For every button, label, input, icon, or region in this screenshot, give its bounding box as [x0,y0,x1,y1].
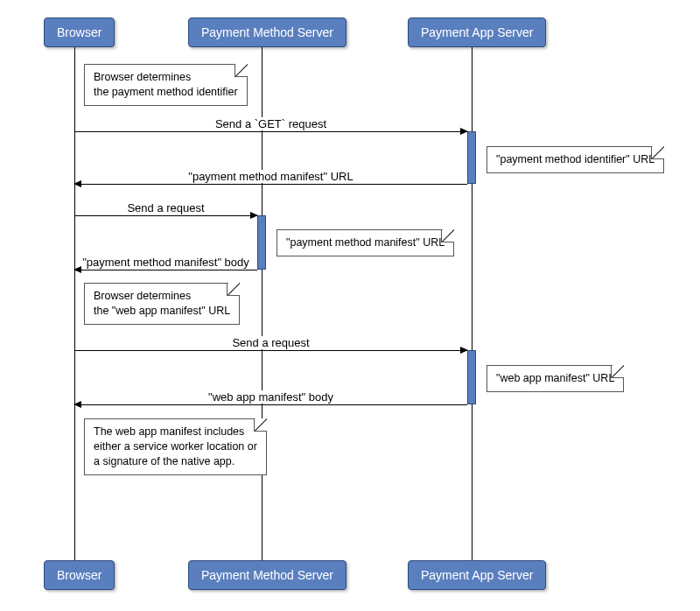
msg-pm-manifest-body: "payment method manifest" body [74,270,257,270]
msg-send-request-pms: Send a request [74,215,257,216]
msg-label: Send a `GET` request [214,117,328,130]
participant-pms-top: Payment Method Server [188,18,346,47]
note-wam-url: "web app manifest" URL [486,365,624,392]
msg-label: Send a request [125,201,206,214]
participant-pas-top: Payment App Server [408,18,546,47]
note-text-line: The web app manifest includes [94,425,244,438]
msg-label: "web app manifest" body [206,390,335,404]
note-browser-determines-identifier: Browser determines the payment method id… [84,64,248,106]
msg-label: Send a request [230,336,311,349]
note-text-line: "payment method identifier" URL [496,153,654,165]
msg-send-request-pas2: Send a request [74,350,467,351]
note-text-line: "payment method manifest" URL [286,236,444,249]
msg-pm-manifest-url-return: "payment method manifest" URL [74,184,467,185]
participant-label: Payment App Server [421,568,533,582]
msg-wam-body: "web app manifest" body [74,404,467,405]
participant-browser-bottom: Browser [44,560,115,590]
activation-pas-1 [467,131,476,184]
participant-label: Payment Method Server [201,25,333,39]
note-text-line: the payment method identifier [94,86,238,98]
participant-pas-bottom: Payment App Server [408,560,546,590]
participant-browser-top: Browser [44,18,115,47]
note-text-line: the "web app manifest" URL [94,305,230,317]
note-pm-identifier-url: "payment method identifier" URL [486,146,664,173]
participant-label: Payment App Server [421,25,533,39]
lifeline-pas [472,44,472,560]
note-text-line: "web app manifest" URL [496,372,614,384]
participant-pms-bottom: Payment Method Server [188,560,346,590]
note-browser-determines-wam: Browser determines the "web app manifest… [84,283,240,325]
note-text-line: Browser determines [94,71,191,83]
participant-label: Browser [57,568,102,582]
activation-pms-1 [257,215,266,270]
participant-label: Browser [57,25,102,39]
lifeline-browser [74,44,75,560]
msg-label: "payment method manifest" body [80,256,251,269]
participant-label: Payment Method Server [201,568,333,582]
msg-send-get: Send a `GET` request [74,131,467,132]
note-wam-includes: The web app manifest includes either a s… [84,418,267,475]
note-pm-manifest-url: "payment method manifest" URL [276,229,454,256]
note-text-line: either a service worker location or [94,440,257,453]
activation-pas-2 [467,350,476,404]
note-text-line: a signature of the native app. [94,455,234,467]
note-text-line: Browser determines [94,290,191,302]
msg-label: "payment method manifest" URL [186,170,354,183]
